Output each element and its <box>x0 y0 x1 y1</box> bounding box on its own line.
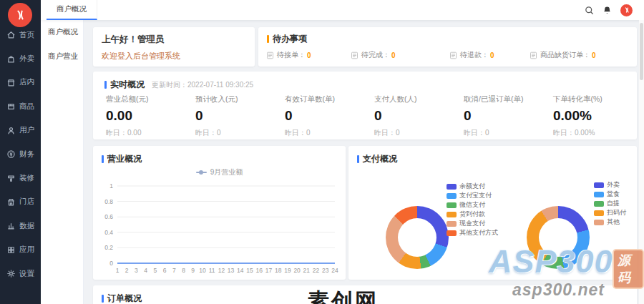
sidebar-item-dine-in[interactable]: 店内 <box>0 71 41 94</box>
bar-chart-icon <box>6 221 16 230</box>
legend-swatch-icon <box>594 182 604 188</box>
order-title: 订单概况 <box>102 293 628 304</box>
legend-item[interactable]: 支付宝支付 <box>447 191 498 200</box>
legend-item[interactable]: 货到付款 <box>447 210 498 219</box>
svg-text:24: 24 <box>331 267 338 274</box>
primary-sidebar: 首页 外卖 店内 商品 用户 财务 装修 门店 <box>0 0 41 304</box>
realtime-overview-card: 实时概况 更新时间：2022-07-11 09:30:25 营业总额(元) 0.… <box>93 72 637 139</box>
home-icon <box>6 30 16 39</box>
stat-cancelled-orders: 取消/已退订单(单) 0 昨日：0 <box>464 94 523 138</box>
document-icon <box>351 52 358 59</box>
payment-title: 支付概况 <box>357 153 628 165</box>
stat-turnover: 营业总额(元) 0.00 昨日：0.00 <box>106 94 149 138</box>
legend-item[interactable]: 其他支付方式 <box>447 228 498 237</box>
todo-title: 待办事项 <box>267 33 628 45</box>
payment-overview-card: 支付概况 余额支付 支付宝支付 微信支付 货到付款 现金支付 其他支付方式 外卖… <box>348 146 637 280</box>
legend-swatch-icon <box>594 220 604 225</box>
box-icon <box>6 102 16 111</box>
legend-swatch-icon <box>447 202 457 208</box>
search-icon[interactable] <box>585 6 594 15</box>
svg-text:3: 3 <box>135 267 138 274</box>
payment-method-legend: 余额支付 支付宝支付 微信支付 货到付款 现金支付 其他支付方式 <box>447 182 498 237</box>
order-type-legend: 外卖 堂食 自提 扫码付 其他 <box>594 180 626 227</box>
section-bar <box>102 295 104 303</box>
svg-text:17: 17 <box>265 267 273 274</box>
todo-item-pending-accept[interactable]: 待接单： 0 <box>266 50 311 60</box>
scrollbar-thumb[interactable] <box>640 23 643 80</box>
document-icon <box>449 52 457 59</box>
svg-text:7: 7 <box>172 267 176 274</box>
sidebar-item-data[interactable]: 数据 <box>0 214 41 237</box>
legend-item[interactable]: 余额支付 <box>447 182 498 191</box>
svg-text:0.8: 0.8 <box>104 198 113 205</box>
todo-item-pending-complete[interactable]: 待完成： 0 <box>351 50 396 60</box>
avatar[interactable] <box>620 4 633 16</box>
stat-conversion-rate: 下单转化率(%) 0.00% 昨日：0.00% <box>553 94 602 138</box>
tab-merchant-overview[interactable]: 商户概况 <box>47 0 97 20</box>
todo-item-out-of-stock-orders[interactable]: 商品缺货订单： 0 <box>530 50 596 60</box>
sidebar-item-decorate[interactable]: 装修 <box>0 166 41 190</box>
sidebar-item-apps[interactable]: 应用 <box>0 238 41 262</box>
bell-icon[interactable] <box>602 6 612 15</box>
business-line-chart: 00.20.40.60.8112345678910111213141516171… <box>100 179 338 274</box>
legend-swatch-icon <box>447 230 457 236</box>
sidebar-item-takeout[interactable]: 外卖 <box>0 46 41 70</box>
svg-text:15: 15 <box>246 267 253 274</box>
sidebar-item-finance[interactable]: 财务 <box>0 142 41 166</box>
order-overview-card: 订单概况 <box>93 285 637 304</box>
sidebar-item-settings[interactable]: 设置 <box>0 262 41 285</box>
legend-swatch-icon <box>594 201 604 207</box>
legend-swatch-icon <box>447 184 457 190</box>
sidebar-item-users[interactable]: 用户 <box>0 119 41 142</box>
document-icon <box>266 52 274 59</box>
svg-text:14: 14 <box>237 267 244 274</box>
svg-text:0: 0 <box>109 260 113 267</box>
submenu-item-merchant-overview[interactable]: 商户概况 <box>41 20 83 44</box>
svg-text:9: 9 <box>191 267 195 274</box>
svg-text:18: 18 <box>275 267 282 274</box>
stat-paying-users: 支付人数(人) 0 昨日：0 <box>374 94 417 138</box>
todo-item-pending-refund[interactable]: 待退款： 0 <box>449 50 494 60</box>
svg-text:1: 1 <box>109 182 113 190</box>
order-type-donut-chart <box>527 206 590 269</box>
legend-item[interactable]: 其他 <box>594 217 626 227</box>
svg-text:23: 23 <box>322 267 329 274</box>
svg-text:16: 16 <box>256 267 263 274</box>
sidebar-item-home[interactable]: 首页 <box>0 23 41 46</box>
svg-text:4: 4 <box>144 267 147 274</box>
legend-item[interactable]: 自提 <box>594 199 626 208</box>
svg-text:22: 22 <box>313 267 320 274</box>
document-icon <box>530 52 537 59</box>
legend-item[interactable]: 微信支付 <box>447 200 498 210</box>
paint-roller-icon <box>6 174 16 183</box>
svg-text:1: 1 <box>116 267 119 274</box>
legend-item[interactable]: 现金支付 <box>447 219 498 228</box>
grid-icon <box>6 245 16 255</box>
stat-valid-orders: 有效订单数(单) 0 昨日：0 <box>285 94 335 138</box>
takeout-bag-icon <box>6 54 16 64</box>
section-bar <box>102 155 104 163</box>
section-bar <box>104 81 107 89</box>
section-bar <box>267 35 269 43</box>
topbar-actions <box>585 0 633 20</box>
legend-item[interactable]: 外卖 <box>594 180 626 190</box>
sidebar-item-goods[interactable]: 商品 <box>0 94 41 118</box>
sidebar-item-store[interactable]: 门店 <box>0 190 41 214</box>
submenu-item-merchant-business[interactable]: 商户营业 <box>41 44 83 69</box>
welcome-subtitle: 欢迎登入后台管理系统 <box>102 51 246 62</box>
legend-item[interactable]: 扫码付 <box>594 208 626 217</box>
line-chart-legend[interactable]: 9月营业额 <box>93 167 346 177</box>
svg-text:0.6: 0.6 <box>104 213 113 220</box>
brand-logo-icon <box>14 9 26 21</box>
svg-text:5: 5 <box>154 267 157 274</box>
svg-text:21: 21 <box>303 267 311 274</box>
business-overview-card: 营业概况 9月营业额 00.20.40.60.81123456789101112… <box>93 146 346 280</box>
legend-swatch-icon <box>447 221 457 227</box>
user-icon <box>6 126 16 135</box>
legend-item[interactable]: 堂食 <box>594 190 626 199</box>
sidebar-menu: 首页 外卖 店内 商品 用户 财务 装修 门店 <box>0 23 41 285</box>
realtime-updated-time: 更新时间：2022-07-11 09:30:25 <box>152 80 253 90</box>
topbar: 商户概况 <box>41 0 644 20</box>
legend-swatch-icon <box>594 210 604 216</box>
welcome-greeting: 上午好！管理员 <box>102 34 246 46</box>
